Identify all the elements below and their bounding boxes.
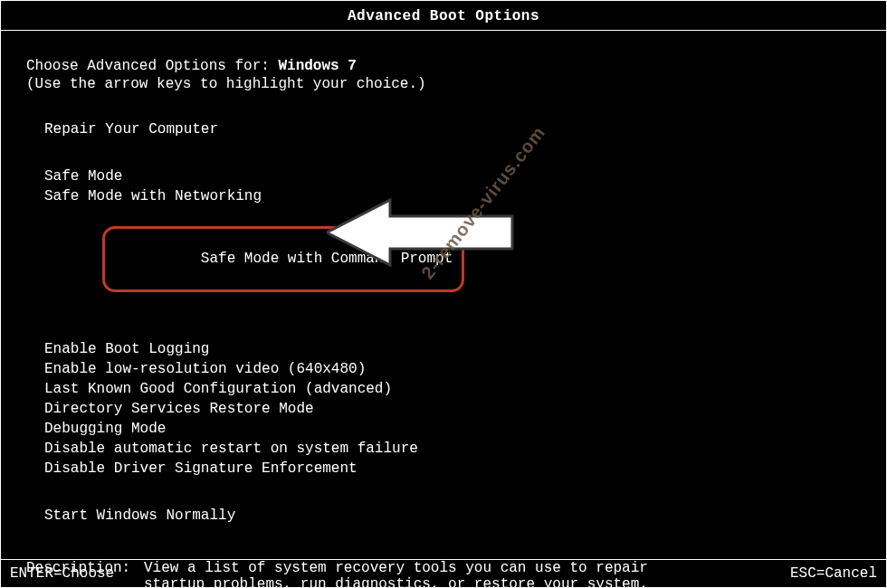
boot-options-screen: Advanced Boot Options Choose Advanced Op… [0,0,887,588]
menu-group-repair: Repair Your Computer [26,119,886,139]
enter-hint: ENTER=Choose [10,565,114,582]
menu-group-safe-mode: Safe Mode Safe Mode with Networking Safe… [26,166,886,312]
menu-item-start-windows-normally[interactable]: Start Windows Normally [44,506,886,526]
menu-item-disable-driver-signature[interactable]: Disable Driver Signature Enforcement [44,459,886,479]
menu-item-safe-mode-command-prompt-label: Safe Mode with Command Prompt [201,251,453,267]
menu-item-enable-boot-logging[interactable]: Enable Boot Logging [44,339,886,359]
choose-prompt-prefix: Choose Advanced Options for: [26,58,278,74]
arrow-key-hint: (Use the arrow keys to highlight your ch… [26,76,886,92]
menu-group-normal: Start Windows Normally [26,506,886,526]
menu-item-low-res-video[interactable]: Enable low-resolution video (640x480) [44,359,886,379]
choose-prompt: Choose Advanced Options for: Windows 7 [26,58,886,74]
footer-bar: ENTER=Choose ESC=Cancel [1,559,886,587]
screen-title: Advanced Boot Options [348,8,539,24]
content-area: Choose Advanced Options for: Windows 7 (… [1,31,886,588]
menu-item-ds-restore-mode[interactable]: Directory Services Restore Mode [44,399,886,419]
menu-group-advanced: Enable Boot Logging Enable low-resolutio… [26,339,886,479]
menu-item-safe-mode-command-prompt[interactable]: Safe Mode with Command Prompt [44,206,886,312]
menu-item-disable-auto-restart[interactable]: Disable automatic restart on system fail… [44,439,886,459]
menu-item-safe-mode[interactable]: Safe Mode [44,166,886,186]
os-name: Windows 7 [278,58,356,74]
menu-item-repair-your-computer[interactable]: Repair Your Computer [44,119,886,139]
selected-highlight: Safe Mode with Command Prompt [102,226,464,292]
menu-item-safe-mode-networking[interactable]: Safe Mode with Networking [44,186,886,206]
esc-hint: ESC=Cancel [790,565,877,582]
menu-item-debugging-mode[interactable]: Debugging Mode [44,419,886,439]
menu-item-last-known-good[interactable]: Last Known Good Configuration (advanced) [44,379,886,399]
title-bar: Advanced Boot Options [1,1,886,31]
